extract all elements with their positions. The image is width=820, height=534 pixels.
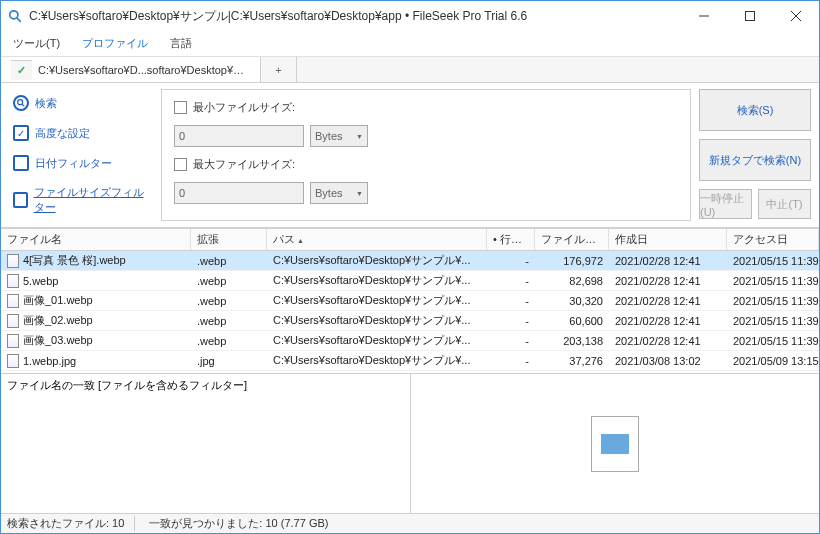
status-bar: 検索されたファイル: 10 一致が見つかりました: 10 (7.77 GB)	[1, 513, 819, 533]
min-size-input[interactable]	[174, 125, 304, 147]
table-row[interactable]: 画像_03.webp.webpC:¥Users¥softaro¥Desktop¥…	[1, 331, 819, 351]
menu-profile[interactable]: プロファイル	[76, 34, 154, 53]
max-size-unit-select[interactable]: Bytes▼	[310, 182, 368, 204]
col-filename[interactable]: ファイル名	[1, 229, 191, 250]
chevron-down-icon: ▼	[356, 133, 363, 140]
search-new-tab-button[interactable]: 新規タブで検索(N)	[699, 139, 811, 181]
table-row[interactable]: 1.webp.jpg.jpgC:¥Users¥softaro¥Desktop¥サ…	[1, 351, 819, 371]
nav-search[interactable]: 検索	[9, 89, 153, 117]
table-row[interactable]: 画像_02.webp.webpC:¥Users¥softaro¥Desktop¥…	[1, 311, 819, 331]
close-button[interactable]	[773, 1, 819, 31]
file-icon	[7, 334, 19, 348]
col-path[interactable]: パス▲	[267, 229, 487, 250]
action-buttons: 検索(S) 新規タブで検索(N) 一時停止(U) 中止(T)	[699, 89, 811, 221]
nav-date-filter[interactable]: 日付フィルター	[9, 149, 153, 177]
nav-advanced[interactable]: ✓ 高度な設定	[9, 119, 153, 147]
min-size-unit-select[interactable]: Bytes▼	[310, 125, 368, 147]
check-icon: ✓	[11, 60, 32, 80]
max-size-input[interactable]	[174, 182, 304, 204]
match-detail-title: ファイル名の一致 [ファイルを含めるフィルター]	[7, 378, 404, 393]
table-row[interactable]: 画像_01.webp.webpC:¥Users¥softaro¥Desktop¥…	[1, 291, 819, 311]
max-size-checkbox[interactable]	[174, 158, 187, 171]
detail-panes: ファイル名の一致 [ファイルを含めるフィルター]	[1, 373, 819, 513]
min-size-checkbox[interactable]	[174, 101, 187, 114]
grid-body[interactable]: 4[写真 景色 桜].webp.webpC:¥Users¥softaro¥Des…	[1, 251, 819, 371]
checkbox-checked-icon: ✓	[13, 125, 29, 141]
nav-filesize-filter[interactable]: ファイルサイズフィルター	[9, 179, 153, 221]
menu-language[interactable]: 言語	[164, 34, 198, 53]
status-matches: 一致が見つかりました: 10 (7.77 GB)	[149, 516, 328, 531]
sort-asc-icon: ▲	[297, 237, 304, 244]
window-title: C:¥Users¥softaro¥Desktop¥サンプル|C:¥Users¥s…	[29, 8, 681, 25]
app-icon	[7, 8, 23, 24]
min-size-label: 最小ファイルサイズ:	[193, 100, 295, 115]
svg-line-7	[22, 104, 24, 107]
svg-rect-3	[746, 12, 755, 21]
file-icon	[7, 274, 19, 288]
tab-bar: ✓ C:¥Users¥softaro¥D...softaro¥Desktop¥a…	[1, 57, 819, 83]
checkbox-empty-icon	[13, 155, 29, 171]
svg-point-0	[10, 11, 18, 19]
results-grid: ファイル名 拡張 パス▲ • 行番号 ファイルサイズ 作成日 アクセス日 4[写…	[1, 228, 819, 373]
image-file-icon	[591, 416, 639, 472]
col-filesize[interactable]: ファイルサイズ	[535, 229, 609, 250]
search-pane: 検索 ✓ 高度な設定 日付フィルター ファイルサイズフィルター 最小ファイルサイ…	[1, 83, 819, 228]
svg-line-1	[17, 18, 21, 22]
search-tab[interactable]: ✓ C:¥Users¥softaro¥D...softaro¥Desktop¥a…	[1, 57, 261, 82]
cancel-button[interactable]: 中止(T)	[758, 189, 811, 219]
preview-pane[interactable]	[411, 374, 820, 513]
menu-tools[interactable]: ツール(T)	[7, 34, 66, 53]
grid-header: ファイル名 拡張 パス▲ • 行番号 ファイルサイズ 作成日 アクセス日	[1, 229, 819, 251]
pause-button[interactable]: 一時停止(U)	[699, 189, 752, 219]
title-bar: C:¥Users¥softaro¥Desktop¥サンプル|C:¥Users¥s…	[1, 1, 819, 31]
search-icon	[13, 95, 29, 111]
checkbox-empty-icon	[13, 192, 28, 208]
chevron-down-icon: ▼	[356, 190, 363, 197]
file-icon	[7, 294, 19, 308]
minimize-button[interactable]	[681, 1, 727, 31]
menu-bar: ツール(T) プロファイル 言語	[1, 31, 819, 57]
table-row[interactable]: 5.webp.webpC:¥Users¥softaro¥Desktop¥サンプル…	[1, 271, 819, 291]
new-tab-button[interactable]: +	[261, 57, 297, 82]
col-access[interactable]: アクセス日	[727, 229, 819, 250]
max-size-label: 最大ファイルサイズ:	[193, 157, 295, 172]
table-row[interactable]: 4[写真 景色 桜].webp.webpC:¥Users¥softaro¥Des…	[1, 251, 819, 271]
filter-nav: 検索 ✓ 高度な設定 日付フィルター ファイルサイズフィルター	[9, 89, 153, 221]
search-button[interactable]: 検索(S)	[699, 89, 811, 131]
col-line[interactable]: • 行番号	[487, 229, 535, 250]
file-icon	[7, 254, 19, 268]
filesize-form: 最小ファイルサイズ: Bytes▼ 最大ファイルサイズ: Bytes▼	[161, 89, 691, 221]
maximize-button[interactable]	[727, 1, 773, 31]
match-detail-pane[interactable]: ファイル名の一致 [ファイルを含めるフィルター]	[1, 374, 411, 513]
col-created[interactable]: 作成日	[609, 229, 727, 250]
status-found: 検索されたファイル: 10	[7, 516, 135, 531]
file-icon	[7, 354, 19, 368]
file-icon	[7, 314, 19, 328]
tab-label: C:¥Users¥softaro¥D...softaro¥Desktop¥app	[38, 64, 250, 76]
col-extension[interactable]: 拡張	[191, 229, 267, 250]
